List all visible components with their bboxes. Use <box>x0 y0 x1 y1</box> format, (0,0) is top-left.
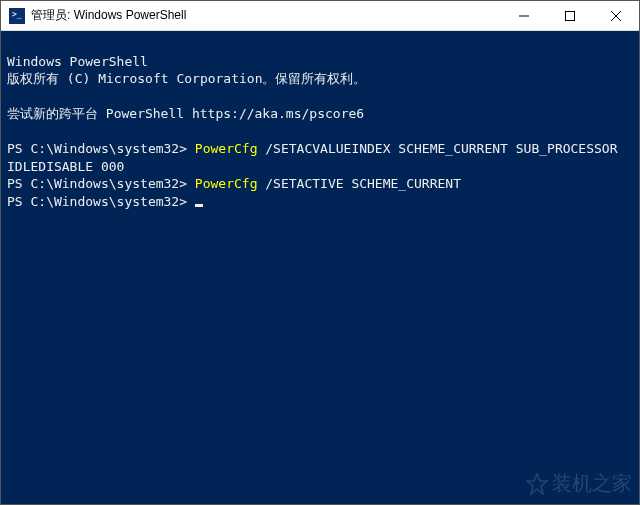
header-line-2: 版权所有 (C) Microsoft Corporation。保留所有权利。 <box>7 71 367 86</box>
command-2: PowerCfg <box>195 176 258 191</box>
minimize-button[interactable] <box>501 1 547 30</box>
args-2: /SETACTIVE SCHEME_CURRENT <box>257 176 461 191</box>
window-controls <box>501 1 639 30</box>
prompt-1: PS C:\Windows\system32> <box>7 141 195 156</box>
motd-line: 尝试新的跨平台 PowerShell https://aka.ms/pscore… <box>7 106 364 121</box>
star-icon <box>526 473 548 495</box>
svg-rect-0 <box>566 11 575 20</box>
cursor <box>195 204 203 207</box>
powershell-icon <box>9 8 25 24</box>
titlebar: 管理员: Windows PowerShell <box>1 1 639 31</box>
command-1: PowerCfg <box>195 141 258 156</box>
close-button[interactable] <box>593 1 639 30</box>
terminal-body[interactable]: Windows PowerShell 版权所有 (C) Microsoft Co… <box>1 31 639 214</box>
header-line-1: Windows PowerShell <box>7 54 148 69</box>
prompt-2: PS C:\Windows\system32> <box>7 176 195 191</box>
watermark-text: 装机之家 <box>552 470 632 497</box>
watermark: 装机之家 <box>526 470 632 497</box>
maximize-button[interactable] <box>547 1 593 30</box>
prompt-3: PS C:\Windows\system32> <box>7 194 195 209</box>
window-title: 管理员: Windows PowerShell <box>31 7 501 23</box>
